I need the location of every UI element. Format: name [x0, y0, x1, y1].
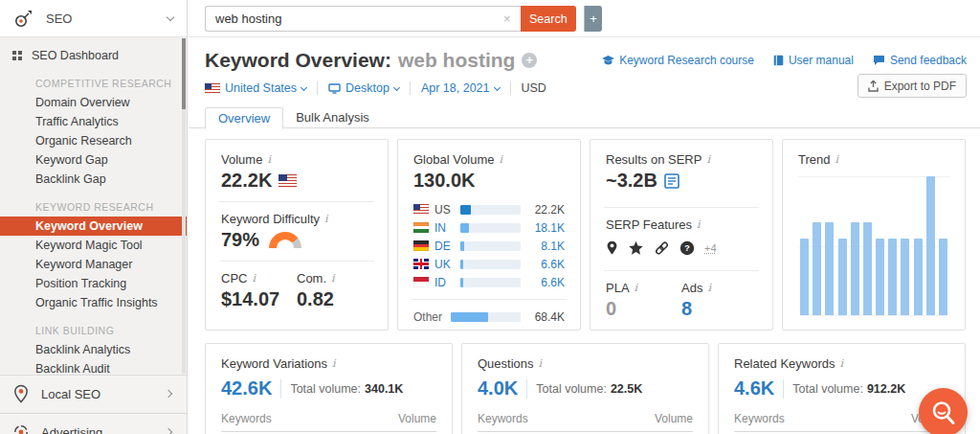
sidebar-item-traffic-analytics[interactable]: Traffic Analytics — [0, 112, 187, 131]
sidebar-item-backlink-audit[interactable]: Backlink Audit — [0, 359, 187, 375]
desktop-icon — [328, 83, 341, 94]
people-also-ask-icon[interactable]: ? — [679, 240, 695, 256]
send-feedback-link[interactable]: Send feedback — [873, 54, 967, 67]
tab-overview[interactable]: Overview — [205, 107, 283, 129]
keyword-ideas-row: Keyword Variationsi42.6KTotal volume:340… — [205, 343, 966, 434]
chevron-right-icon — [165, 428, 172, 434]
country-code[interactable]: IN — [434, 221, 455, 235]
sidebar-scrollbar[interactable] — [182, 38, 186, 374]
de-flag-icon — [413, 240, 429, 251]
country-code: US — [434, 203, 455, 217]
info-icon[interactable]: i — [635, 282, 638, 294]
ads-value[interactable]: 8 — [681, 298, 757, 320]
country-code[interactable]: UK — [434, 258, 455, 271]
info-icon[interactable]: i — [840, 357, 844, 370]
filters-bar: United States Desktop Apr 18, 2021 USD — [205, 81, 546, 95]
add-keyword-icon[interactable]: + — [522, 53, 537, 68]
info-icon[interactable]: i — [707, 282, 711, 294]
keyword-research-course-link[interactable]: Keyword Research course — [602, 54, 754, 67]
country-bar-fill — [460, 241, 464, 251]
sidebar-item-organic-traffic-insights[interactable]: Organic Traffic Insights — [0, 293, 187, 312]
cpc-value: $14.07 — [221, 288, 297, 310]
local-pack-icon[interactable] — [606, 240, 618, 256]
support-search-fab[interactable] — [919, 388, 968, 434]
info-icon[interactable]: i — [835, 153, 838, 166]
trend-bar — [876, 239, 884, 315]
keyword-variations-count[interactable]: 42.6K — [221, 377, 272, 400]
sidebar-product-switcher[interactable]: SEO — [0, 0, 187, 37]
sidebar-item-seo-dashboard[interactable]: SEO Dashboard — [0, 46, 187, 65]
trend-bar — [888, 239, 897, 315]
country-code[interactable]: DE — [434, 240, 455, 253]
sidebar-item-keyword-manager[interactable]: Keyword Manager — [0, 255, 187, 274]
info-icon[interactable]: i — [267, 153, 271, 166]
chat-bubble-icon — [873, 55, 885, 66]
reviews-star-icon[interactable] — [628, 240, 644, 256]
serp-analysis-icon[interactable] — [664, 173, 679, 189]
info-icon[interactable]: i — [706, 153, 710, 166]
info-icon[interactable]: i — [324, 213, 328, 225]
sidebar-item-keyword-gap[interactable]: Keyword Gap — [0, 150, 187, 170]
trend-bar — [901, 239, 909, 315]
currency-label: USD — [522, 81, 546, 95]
date-filter[interactable]: Apr 18, 2021 — [421, 81, 500, 95]
sitelinks-icon[interactable] — [654, 240, 670, 256]
tab-bulk-analysis[interactable]: Bulk Analysis — [283, 106, 382, 128]
info-icon[interactable]: i — [539, 357, 543, 370]
global-volume-row-uk: UK6.6K — [413, 255, 565, 273]
projects-button-group: Projects + — [584, 6, 602, 32]
column-header-keywords: Keywords — [221, 412, 272, 425]
page-title: Keyword Overview: web hosting + — [205, 49, 537, 72]
pla-value: 0 — [606, 298, 681, 320]
trend-bars — [800, 176, 947, 316]
chevron-down-icon — [301, 83, 307, 90]
main-content: Keyword Overview: web hosting + Keyword … — [189, 38, 980, 434]
seo-toolkit-logo-icon — [13, 8, 34, 29]
dashboard-grid-icon — [12, 51, 22, 60]
info-icon[interactable]: i — [332, 357, 336, 370]
us-flag-icon — [278, 174, 297, 187]
country-volume[interactable]: 8.1K — [526, 240, 565, 253]
sidebar-item-backlink-analytics[interactable]: Backlink Analytics — [0, 340, 187, 359]
kd-value: 79% — [221, 229, 259, 251]
search-input[interactable] — [205, 6, 521, 32]
country-volume: 22.2K — [526, 203, 565, 217]
competition-value: 0.82 — [297, 288, 372, 310]
sidebar-item-keyword-overview[interactable]: Keyword Overview — [0, 217, 187, 236]
device-filter[interactable]: Desktop — [328, 81, 399, 95]
sidebar-item-local-seo[interactable]: Local SEO — [0, 375, 187, 412]
sidebar-scrollbar-thumb[interactable] — [182, 38, 186, 109]
sidebar-item-organic-research[interactable]: Organic Research — [0, 131, 187, 150]
sidebar-menu: SEO Dashboard COMPETITIVE RESEARCHDomain… — [0, 38, 187, 375]
questions-count[interactable]: 4.0K — [478, 377, 518, 400]
sidebar-item-advertising[interactable]: Advertising — [0, 413, 187, 434]
info-icon[interactable]: i — [697, 218, 701, 231]
export-to-pdf-button[interactable]: Export to PDF — [858, 74, 967, 98]
user-manual-link[interactable]: User manual — [773, 54, 854, 67]
info-icon[interactable]: i — [252, 272, 256, 285]
country-filter[interactable]: United States — [205, 81, 306, 95]
more-serp-features-link[interactable]: +4 — [704, 242, 717, 254]
export-icon — [868, 80, 879, 92]
country-volume[interactable]: 6.6K — [526, 276, 565, 289]
search-bar: × Search — [205, 6, 576, 32]
us-flag-icon — [205, 83, 220, 94]
sidebar-item-backlink-gap[interactable]: Backlink Gap — [0, 170, 187, 189]
country-volume[interactable]: 18.1K — [526, 221, 565, 235]
search-button[interactable]: Search — [521, 6, 576, 32]
chevron-down-icon — [393, 83, 400, 90]
sidebar-item-position-tracking[interactable]: Position Tracking — [0, 274, 187, 293]
info-icon[interactable]: i — [500, 153, 503, 166]
country-code[interactable]: ID — [434, 276, 455, 289]
sidebar-product-label: SEO — [46, 11, 156, 26]
sidebar-item-domain-overview[interactable]: Domain Overview — [0, 93, 187, 112]
clear-search-icon[interactable]: × — [503, 11, 511, 26]
related-keywords-count[interactable]: 4.6K — [734, 377, 774, 400]
add-project-button[interactable]: + — [584, 6, 602, 32]
page-title-keyword: web hosting — [398, 49, 516, 72]
info-icon[interactable]: i — [331, 272, 335, 285]
in-flag-icon — [413, 222, 429, 233]
sidebar-item-keyword-magic-tool[interactable]: Keyword Magic Tool — [0, 236, 187, 255]
global-volume-row-us: US22.2K — [413, 200, 565, 218]
country-volume[interactable]: 6.6K — [526, 258, 565, 271]
